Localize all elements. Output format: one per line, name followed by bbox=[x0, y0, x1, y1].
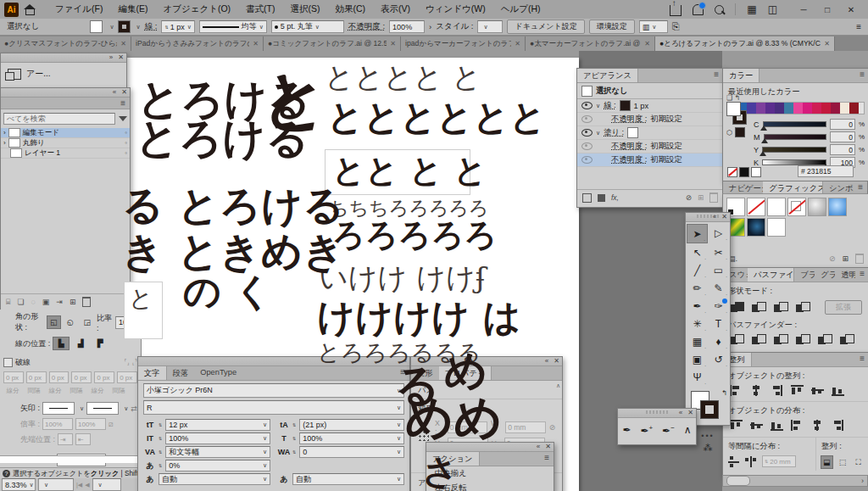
corner-bevel-icon[interactable]: ◲ bbox=[80, 315, 94, 329]
stroke-width-field[interactable]: ⇅1 px∨ bbox=[161, 20, 194, 33]
stroke-swatch[interactable] bbox=[119, 21, 130, 32]
attribute-label[interactable]: 不透明度 : bbox=[611, 114, 647, 125]
panel-menu-icon[interactable]: ≡ bbox=[709, 69, 723, 82]
recent-color-swatch[interactable] bbox=[831, 103, 840, 114]
panel-menu-icon[interactable]: ≡ bbox=[855, 69, 868, 82]
panel-menu-icon[interactable]: ≡ bbox=[116, 98, 130, 109]
blob-brush-tool[interactable]: ✑. bbox=[708, 297, 729, 315]
close-icon[interactable]: ✕ bbox=[721, 213, 727, 221]
distribute-d-middle-icon[interactable] bbox=[750, 420, 763, 431]
tab-close-icon[interactable]: ✕ bbox=[387, 40, 396, 47]
align-to-artboard-icon[interactable]: ⬓ bbox=[821, 455, 833, 469]
scroll-right-icon[interactable]: › bbox=[861, 477, 867, 485]
menu-item-4[interactable]: 選択(S) bbox=[282, 0, 327, 19]
tracking-control[interactable]: WA⇅0∨ bbox=[277, 446, 404, 458]
notifications-icon[interactable] bbox=[693, 4, 704, 15]
tab-close-icon[interactable]: ✕ bbox=[117, 40, 126, 47]
channel-value-field[interactable]: 0 bbox=[830, 144, 855, 155]
document-tab-5[interactable]: ●とろけるフォントのラフ.ai @ 8.33 % (CMYK/CPU プレビュー… bbox=[655, 36, 835, 51]
layer-name[interactable]: レイヤー 1 bbox=[25, 148, 60, 159]
graphic-style-thumb-4[interactable] bbox=[808, 198, 826, 216]
visibility-icon[interactable] bbox=[581, 142, 593, 150]
artboard-tool[interactable]: ▣. bbox=[687, 350, 708, 368]
appearance-row-sub[interactable]: 不透明度 :初期設定 bbox=[577, 140, 723, 153]
visibility-icon[interactable] bbox=[581, 102, 593, 109]
new-style-icon[interactable]: ⊞ bbox=[842, 254, 849, 263]
document-tab-2[interactable]: ●コミックフォントのラフ.ai @ 12.5 % (CMY...✕ bbox=[264, 36, 401, 51]
curvature-tool[interactable]: ↖. bbox=[687, 243, 708, 261]
tab-navigator[interactable]: ナビゲーター bbox=[723, 181, 763, 193]
panel-menu-icon[interactable]: ≡ bbox=[855, 353, 868, 366]
status-select[interactable]: ∨ bbox=[38, 478, 74, 491]
black-swatch[interactable] bbox=[739, 167, 749, 177]
tab-brushes[interactable]: ブラ bbox=[794, 268, 815, 282]
direct-selection-tool[interactable]: ▷. bbox=[708, 224, 729, 242]
align-center-icon[interactable]: ▙ bbox=[53, 337, 70, 350]
shape-mode-intersect-icon[interactable] bbox=[774, 302, 787, 313]
collect-icon[interactable]: ▣ bbox=[42, 298, 50, 306]
channel-slider[interactable] bbox=[762, 147, 826, 153]
menu-item-3[interactable]: 書式(T) bbox=[238, 0, 282, 19]
graphic-style-thumb-7[interactable] bbox=[747, 218, 765, 237]
arrow-start-select[interactable] bbox=[42, 402, 75, 415]
fill-swatch[interactable] bbox=[90, 20, 103, 33]
expand-icon[interactable]: ∨ bbox=[596, 130, 600, 137]
width-profile-select[interactable]: 均等∨ bbox=[199, 20, 267, 33]
recent-color-swatch[interactable] bbox=[821, 103, 831, 114]
recent-color-swatch[interactable] bbox=[765, 103, 775, 114]
brush-select[interactable]: 5 pt. 丸筆∨ bbox=[271, 20, 344, 33]
eyedropper-tool[interactable]: ♦. bbox=[708, 332, 729, 350]
font-style-select[interactable]: R∨ bbox=[143, 400, 404, 415]
tsume-control[interactable]: VA⇅和文等幅∨ bbox=[143, 446, 270, 458]
scroll-up-icon[interactable]: ∧ bbox=[556, 382, 560, 389]
graphic-style-thumb-2[interactable] bbox=[767, 198, 786, 216]
width-tool[interactable]: Ψ. bbox=[687, 368, 708, 386]
line-tool[interactable]: ╱. bbox=[687, 261, 708, 279]
layer-target-icon[interactable]: ◦ bbox=[125, 139, 127, 147]
scissors-tool[interactable]: ✂. bbox=[708, 243, 729, 261]
align-outside-icon[interactable]: ▛ bbox=[92, 337, 108, 350]
fill-proxy[interactable] bbox=[726, 102, 741, 116]
rotate-tool[interactable]: ↺. bbox=[708, 350, 729, 368]
tab-close-icon[interactable]: ✕ bbox=[821, 40, 830, 47]
type-tool[interactable]: T. bbox=[708, 315, 729, 332]
distribute-d-top-icon[interactable] bbox=[730, 420, 743, 431]
collapse-icon[interactable]: « bbox=[113, 88, 116, 97]
pen-tool[interactable]: ✒ bbox=[622, 424, 631, 436]
prev-page-icon[interactable]: ◀ bbox=[85, 482, 89, 488]
recent-color-swatch[interactable] bbox=[775, 103, 784, 114]
arrow-swap-icon[interactable]: ⇄ bbox=[131, 405, 137, 413]
attribute-swatch[interactable] bbox=[620, 100, 631, 111]
shape-mode-exclude-icon[interactable] bbox=[796, 302, 810, 313]
paintbrush-tool[interactable]: ✎. bbox=[708, 279, 729, 297]
share-icon[interactable] bbox=[670, 5, 682, 16]
search-icon[interactable] bbox=[715, 5, 724, 14]
clear-appearance-icon[interactable]: ⊘ bbox=[686, 193, 692, 202]
rectangle-tool[interactable]: ▭. bbox=[708, 261, 729, 279]
tab-close-icon[interactable]: ✕ bbox=[641, 40, 650, 47]
align-to-selection-icon[interactable]: ⬚ bbox=[837, 455, 849, 469]
layer-row[interactable]: レイヤー 1◦ bbox=[1, 148, 130, 159]
filter-icon[interactable] bbox=[119, 116, 127, 121]
opacity-field[interactable]: 100% bbox=[389, 20, 425, 33]
panel-menu-icon[interactable]: ≡ bbox=[540, 452, 554, 466]
locate-icon[interactable]: ◌ bbox=[31, 298, 35, 306]
chevron-down-icon[interactable]: ∨ bbox=[109, 24, 114, 31]
vertical-scale-control[interactable]: IT⇅100%∨ bbox=[143, 432, 270, 444]
corner-miter-icon[interactable]: ◱ bbox=[47, 315, 61, 329]
layer-row[interactable]: ›編集モード◦ bbox=[1, 128, 130, 138]
artboards-panel-label[interactable]: アー... bbox=[26, 68, 51, 80]
layer-name[interactable]: 丸飾り bbox=[23, 138, 45, 148]
channel-slider[interactable] bbox=[762, 159, 826, 165]
tab-appearance[interactable]: アピアランス bbox=[577, 69, 638, 82]
attribute-label[interactable]: 不透明度 : bbox=[611, 154, 647, 165]
pathfinder-trim-icon[interactable] bbox=[752, 334, 765, 345]
shape-mode-minus-front-icon[interactable] bbox=[752, 302, 765, 313]
tab-transparency[interactable]: 透明 bbox=[835, 268, 855, 282]
window-maximize-button[interactable]: □ bbox=[815, 1, 839, 19]
recent-color-swatch[interactable] bbox=[756, 103, 765, 114]
delete-anchor-tool[interactable]: ✒− bbox=[662, 424, 675, 437]
document-setup-button[interactable]: ドキュメント設定 bbox=[507, 20, 584, 34]
distribute-d-center-icon[interactable] bbox=[811, 420, 824, 431]
opacity-more-icon[interactable]: › bbox=[429, 22, 431, 31]
